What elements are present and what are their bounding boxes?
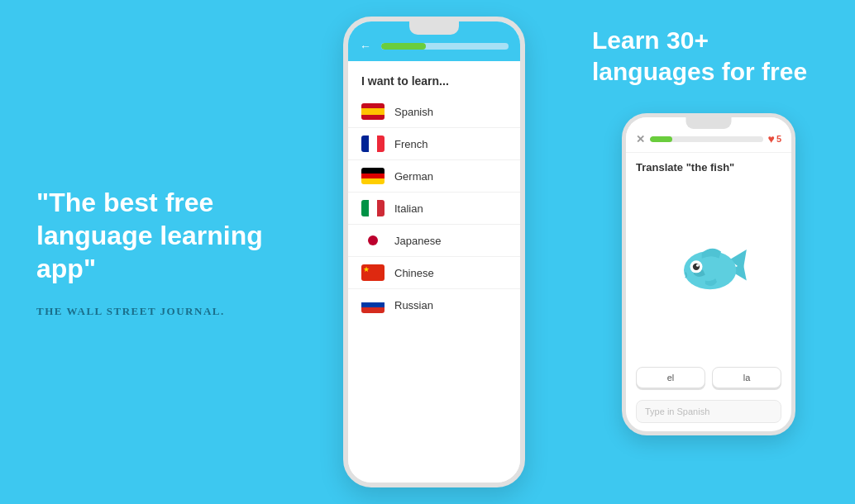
language-name-french: French xyxy=(394,138,428,150)
list-item[interactable]: German xyxy=(348,160,520,193)
phone-mockup-left: ← I want to learn... Spanish xyxy=(343,17,525,487)
progress-fill-left xyxy=(381,43,426,50)
language-name-italian: Italian xyxy=(394,202,423,215)
list-item[interactable]: Italian xyxy=(348,193,520,225)
language-list: Spanish French Germa xyxy=(348,96,520,321)
flag-japanese xyxy=(361,232,385,249)
progress-bar-right xyxy=(650,136,763,142)
phone-notch-left xyxy=(409,21,459,35)
language-name-spanish: Spanish xyxy=(394,106,433,118)
flag-russian xyxy=(361,297,385,313)
middle-panel: ← I want to learn... Spanish xyxy=(306,0,562,504)
right-panel: Learn 30+ languages for free ✕ ♥ 5 Trans… xyxy=(562,0,855,504)
type-input[interactable]: Type in Spanish xyxy=(636,400,781,423)
language-name-chinese: Chinese xyxy=(394,267,434,279)
flag-spanish xyxy=(361,103,385,120)
word-button-la[interactable]: la xyxy=(712,367,781,388)
word-button-el[interactable]: el xyxy=(636,367,705,388)
phone-body-left: I want to learn... Spanish xyxy=(348,61,520,483)
left-panel: "The best free language learning app" TH… xyxy=(0,0,306,504)
phone-mockup-right: ✕ ♥ 5 Translate "the fish" xyxy=(622,113,795,435)
heart-count: 5 xyxy=(776,134,781,144)
list-item[interactable]: Spanish xyxy=(348,96,520,128)
word-buttons: el la xyxy=(636,367,781,388)
list-item[interactable]: French xyxy=(348,128,520,160)
phone-notch-right xyxy=(686,117,732,129)
language-name-russian: Russian xyxy=(394,299,433,311)
language-name-japanese: Japanese xyxy=(394,235,441,247)
heart-icon: ♥ xyxy=(768,132,775,145)
list-item[interactable]: Japanese xyxy=(348,225,520,257)
attribution-text: THE WALL STREET JOURNAL. xyxy=(36,305,270,318)
fish-illustration xyxy=(667,237,750,303)
list-item[interactable]: Russian xyxy=(348,289,520,321)
flag-german xyxy=(361,168,385,184)
fish-container xyxy=(636,180,781,360)
chinese-star: ★ xyxy=(363,266,370,273)
list-item[interactable]: ★ Chinese xyxy=(348,257,520,289)
progress-bar-left xyxy=(381,43,509,50)
svg-point-3 xyxy=(696,264,699,267)
japanese-circle xyxy=(368,235,378,245)
close-icon[interactable]: ✕ xyxy=(636,133,645,145)
right-title: Learn 30+ languages for free xyxy=(592,25,825,87)
svg-point-2 xyxy=(693,264,700,270)
language-name-german: German xyxy=(394,170,433,183)
flag-french xyxy=(361,136,385,152)
heart-badge: ♥ 5 xyxy=(768,132,781,145)
learn-title: I want to learn... xyxy=(348,71,520,96)
quote-text: "The best free language learning app" xyxy=(36,186,270,285)
back-arrow-icon[interactable]: ← xyxy=(360,40,371,53)
translate-prompt: Translate "the fish" xyxy=(636,161,781,174)
flag-chinese: ★ xyxy=(361,264,385,281)
flag-italian xyxy=(361,200,385,216)
progress-fill-right xyxy=(650,136,672,142)
phone-body-right: Translate "the fish" xyxy=(626,153,791,431)
